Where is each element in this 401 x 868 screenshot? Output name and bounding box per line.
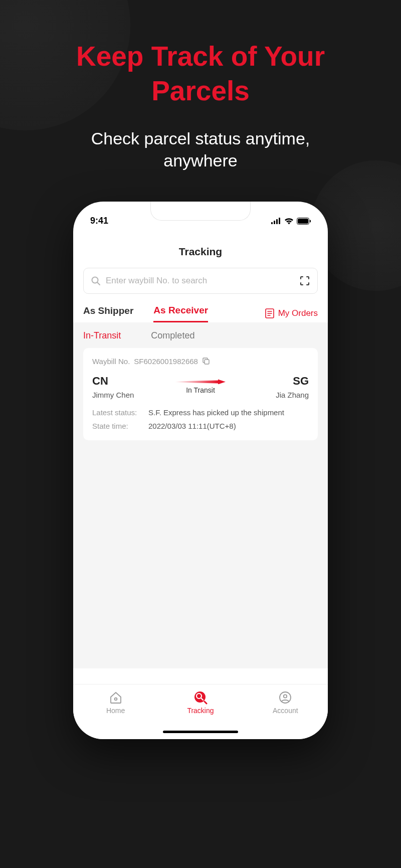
route-origin: CN Jimmy Chen: [92, 375, 147, 399]
waybill-row: Waybill No. SF6026001982668: [92, 357, 309, 366]
waybill-label: Waybill No.: [92, 357, 130, 366]
tab-as-receiver[interactable]: As Receiver: [153, 305, 208, 322]
detail-state-time: State time: 2022/03/03 11:11(UTC+8): [92, 422, 309, 430]
svg-rect-5: [298, 219, 308, 224]
promo-subtitle-line: Check parcel status anytime,: [0, 127, 401, 149]
detail-latest-status: Latest status: S.F. Express has picked u…: [92, 408, 309, 417]
dest-code: SG: [254, 375, 309, 388]
status-subtabs: In-Transit Completed: [83, 330, 318, 341]
svg-rect-1: [274, 221, 275, 224]
svg-rect-3: [279, 218, 280, 224]
role-tabs: As Shipper As Receiver My Orders: [73, 305, 328, 322]
route-destination: SG Jia Zhang: [254, 375, 309, 399]
route-middle: In Transit: [147, 379, 254, 394]
promo-subtitle-line: anywhere: [0, 149, 401, 171]
origin-code: CN: [92, 375, 147, 388]
svg-rect-2: [276, 219, 278, 224]
svg-point-7: [92, 277, 98, 283]
subtab-in-transit[interactable]: In-Transit: [83, 330, 121, 341]
content-area: In-Transit Completed Waybill No. SF60260…: [73, 322, 328, 668]
status-time: 9:41: [90, 216, 108, 226]
phone-mockup: 9:41 Tracking As Shipper As Receiver My …: [73, 202, 328, 739]
home-indicator: [163, 731, 238, 733]
promo-title-line: Parcels: [0, 74, 401, 108]
copy-icon[interactable]: [202, 357, 210, 365]
battery-icon: [297, 218, 311, 225]
promo-title-line: Keep Track of Your: [0, 39, 401, 74]
svg-rect-6: [310, 220, 311, 222]
search-icon: [91, 276, 101, 286]
detail-value: 2022/03/03 11:11(UTC+8): [148, 422, 309, 430]
wifi-icon: [284, 218, 294, 225]
svg-point-19: [284, 695, 287, 698]
svg-line-8: [98, 282, 100, 285]
cellular-icon: [271, 218, 281, 224]
tracking-icon: [193, 690, 208, 705]
my-orders-link[interactable]: My Orders: [265, 308, 318, 318]
nav-label: Home: [106, 707, 125, 715]
home-icon: [109, 690, 123, 705]
status-bar: 9:41: [73, 202, 328, 230]
promo-title: Keep Track of Your Parcels: [0, 0, 401, 108]
detail-label: Latest status:: [92, 408, 148, 417]
detail-label: State time:: [92, 422, 148, 430]
nav-account[interactable]: Account: [260, 690, 310, 739]
detail-value: S.F. Express has picked up the shipment: [148, 408, 309, 417]
my-orders-label: My Orders: [278, 308, 318, 318]
waybill-number: SF6026001982668: [134, 357, 198, 366]
dest-name: Jia Zhang: [254, 391, 309, 399]
bottom-nav: Home Tracking Account: [73, 684, 328, 739]
shipment-card[interactable]: Waybill No. SF6026001982668 CN Jimmy Che…: [83, 348, 318, 440]
account-icon: [278, 690, 292, 705]
svg-rect-0: [271, 222, 273, 224]
route-arrow-icon: [175, 379, 226, 384]
route-status: In Transit: [147, 386, 254, 394]
subtab-completed[interactable]: Completed: [151, 330, 194, 341]
nav-label: Account: [273, 707, 298, 715]
route-row: CN Jimmy Chen In Transit SG Jia Zhang: [92, 375, 309, 399]
page-title: Tracking: [73, 246, 328, 258]
nav-label: Tracking: [187, 707, 214, 715]
origin-name: Jimmy Chen: [92, 391, 147, 399]
orders-icon: [265, 308, 274, 318]
search-bar[interactable]: [83, 268, 318, 294]
scan-icon[interactable]: [299, 275, 310, 286]
svg-point-14: [114, 698, 117, 700]
promo-subtitle: Check parcel status anytime, anywhere: [0, 127, 401, 171]
status-icons: [271, 218, 311, 225]
nav-home[interactable]: Home: [91, 690, 141, 739]
search-input[interactable]: [106, 276, 294, 286]
svg-rect-13: [205, 360, 209, 364]
tab-as-shipper[interactable]: As Shipper: [83, 305, 133, 321]
